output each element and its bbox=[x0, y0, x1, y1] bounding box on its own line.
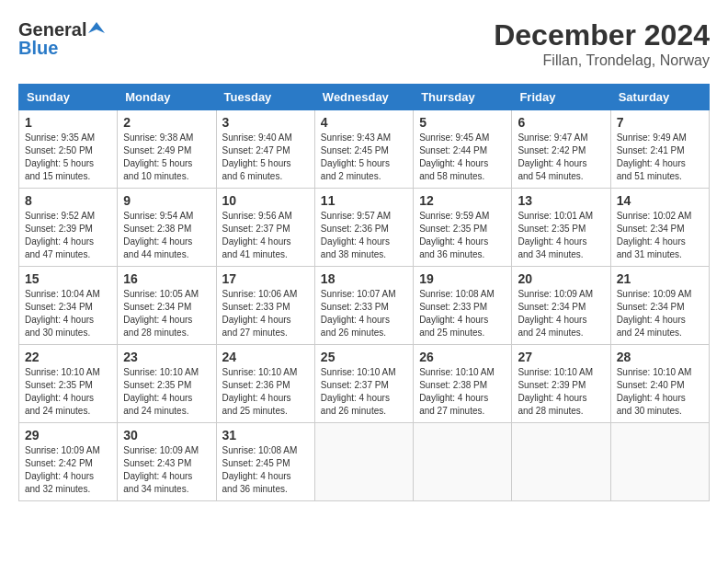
calendar-cell: 3Sunrise: 9:40 AMSunset: 2:47 PMDaylight… bbox=[216, 110, 314, 189]
day-number: 3 bbox=[222, 115, 309, 130]
cell-details: Sunrise: 10:01 AMSunset: 2:35 PMDaylight… bbox=[518, 211, 593, 259]
cell-details: Sunrise: 9:57 AMSunset: 2:36 PMDaylight:… bbox=[321, 211, 391, 259]
cell-details: Sunrise: 9:40 AMSunset: 2:47 PMDaylight:… bbox=[222, 132, 292, 181]
day-number: 30 bbox=[123, 428, 210, 442]
weekday-header-wednesday: Wednesday bbox=[314, 85, 413, 110]
cell-details: Sunrise: 10:09 AMSunset: 2:43 PMDaylight… bbox=[123, 445, 199, 494]
weekday-header-saturday: Saturday bbox=[610, 85, 709, 110]
cell-details: Sunrise: 9:35 AMSunset: 2:50 PMDaylight:… bbox=[25, 132, 95, 181]
cell-details: Sunrise: 10:10 AMSunset: 2:36 PMDaylight… bbox=[222, 367, 298, 416]
cell-details: Sunrise: 10:10 AMSunset: 2:37 PMDaylight… bbox=[321, 367, 396, 416]
calendar-cell: 13Sunrise: 10:01 AMSunset: 2:35 PMDaylig… bbox=[512, 189, 610, 267]
calendar-week-row: 1Sunrise: 9:35 AMSunset: 2:50 PMDaylight… bbox=[19, 110, 710, 189]
day-number: 11 bbox=[321, 193, 407, 208]
cell-details: Sunrise: 10:08 AMSunset: 2:33 PMDaylight… bbox=[419, 289, 495, 338]
calendar-week-row: 8Sunrise: 9:52 AMSunset: 2:39 PMDaylight… bbox=[19, 189, 710, 267]
cell-details: Sunrise: 9:49 AMSunset: 2:41 PMDaylight:… bbox=[617, 132, 687, 181]
cell-details: Sunrise: 10:06 AMSunset: 2:33 PMDaylight… bbox=[222, 289, 298, 338]
calendar-cell: 7Sunrise: 9:49 AMSunset: 2:41 PMDaylight… bbox=[610, 110, 709, 189]
weekday-header-tuesday: Tuesday bbox=[216, 85, 314, 110]
day-number: 12 bbox=[419, 193, 506, 208]
calendar-cell: 6Sunrise: 9:47 AMSunset: 2:42 PMDaylight… bbox=[512, 110, 610, 189]
month-title: December 2024 bbox=[494, 18, 710, 52]
cell-details: Sunrise: 9:59 AMSunset: 2:35 PMDaylight:… bbox=[419, 211, 489, 259]
cell-details: Sunrise: 10:09 AMSunset: 2:42 PMDaylight… bbox=[25, 445, 100, 494]
day-number: 28 bbox=[617, 350, 703, 364]
cell-details: Sunrise: 9:54 AMSunset: 2:38 PMDaylight:… bbox=[123, 211, 193, 259]
calendar-week-row: 29Sunrise: 10:09 AMSunset: 2:42 PMDaylig… bbox=[19, 423, 710, 501]
calendar-cell: 14Sunrise: 10:02 AMSunset: 2:34 PMDaylig… bbox=[610, 189, 709, 267]
cell-details: Sunrise: 10:09 AMSunset: 2:34 PMDaylight… bbox=[617, 289, 692, 338]
calendar-cell: 2Sunrise: 9:38 AMSunset: 2:49 PMDaylight… bbox=[118, 110, 216, 189]
calendar-cell: 19Sunrise: 10:08 AMSunset: 2:33 PMDaylig… bbox=[414, 267, 512, 345]
calendar-cell: 5Sunrise: 9:45 AMSunset: 2:44 PMDaylight… bbox=[414, 110, 512, 189]
svg-marker-0 bbox=[88, 22, 105, 33]
day-number: 21 bbox=[617, 271, 703, 286]
day-number: 18 bbox=[321, 271, 407, 286]
day-number: 27 bbox=[518, 350, 604, 364]
calendar-cell: 17Sunrise: 10:06 AMSunset: 2:33 PMDaylig… bbox=[216, 267, 314, 345]
weekday-header-thursday: Thursday bbox=[414, 85, 512, 110]
day-number: 13 bbox=[518, 193, 604, 208]
calendar-cell: 22Sunrise: 10:10 AMSunset: 2:35 PMDaylig… bbox=[19, 345, 118, 423]
cell-details: Sunrise: 10:02 AMSunset: 2:34 PMDaylight… bbox=[617, 211, 692, 259]
calendar-cell: 11Sunrise: 9:57 AMSunset: 2:36 PMDayligh… bbox=[314, 189, 413, 267]
calendar-cell: 10Sunrise: 9:56 AMSunset: 2:37 PMDayligh… bbox=[216, 189, 314, 267]
logo-bird-icon bbox=[88, 20, 105, 37]
cell-details: Sunrise: 10:04 AMSunset: 2:34 PMDaylight… bbox=[25, 289, 100, 338]
calendar-cell: 29Sunrise: 10:09 AMSunset: 2:42 PMDaylig… bbox=[19, 423, 118, 501]
calendar-week-row: 22Sunrise: 10:10 AMSunset: 2:35 PMDaylig… bbox=[19, 345, 710, 423]
cell-details: Sunrise: 9:56 AMSunset: 2:37 PMDaylight:… bbox=[222, 211, 292, 259]
day-number: 9 bbox=[123, 193, 210, 208]
calendar-cell: 25Sunrise: 10:10 AMSunset: 2:37 PMDaylig… bbox=[314, 345, 413, 423]
day-number: 7 bbox=[617, 115, 703, 130]
calendar-cell: 16Sunrise: 10:05 AMSunset: 2:34 PMDaylig… bbox=[118, 267, 216, 345]
day-number: 19 bbox=[419, 271, 506, 286]
calendar-cell: 9Sunrise: 9:54 AMSunset: 2:38 PMDaylight… bbox=[118, 189, 216, 267]
day-number: 14 bbox=[617, 193, 703, 208]
day-number: 6 bbox=[518, 115, 604, 130]
calendar-cell: 4Sunrise: 9:43 AMSunset: 2:45 PMDaylight… bbox=[314, 110, 413, 189]
cell-details: Sunrise: 9:47 AMSunset: 2:42 PMDaylight:… bbox=[518, 132, 587, 181]
cell-details: Sunrise: 9:43 AMSunset: 2:45 PMDaylight:… bbox=[321, 132, 391, 181]
weekday-header-sunday: Sunday bbox=[19, 85, 118, 110]
calendar-cell: 12Sunrise: 9:59 AMSunset: 2:35 PMDayligh… bbox=[414, 189, 512, 267]
cell-details: Sunrise: 10:10 AMSunset: 2:35 PMDaylight… bbox=[25, 367, 100, 416]
calendar-cell: 28Sunrise: 10:10 AMSunset: 2:40 PMDaylig… bbox=[610, 345, 709, 423]
day-number: 15 bbox=[25, 271, 111, 286]
cell-details: Sunrise: 9:52 AMSunset: 2:39 PMDaylight:… bbox=[25, 211, 95, 259]
day-number: 5 bbox=[419, 115, 506, 130]
calendar-cell bbox=[314, 423, 413, 501]
day-number: 10 bbox=[222, 193, 309, 208]
cell-details: Sunrise: 10:10 AMSunset: 2:35 PMDaylight… bbox=[123, 367, 199, 416]
calendar-cell: 20Sunrise: 10:09 AMSunset: 2:34 PMDaylig… bbox=[512, 267, 610, 345]
calendar-cell bbox=[512, 423, 610, 501]
cell-details: Sunrise: 9:45 AMSunset: 2:44 PMDaylight:… bbox=[419, 132, 489, 181]
day-number: 16 bbox=[123, 271, 210, 286]
cell-details: Sunrise: 10:07 AMSunset: 2:33 PMDaylight… bbox=[321, 289, 396, 338]
calendar-cell: 18Sunrise: 10:07 AMSunset: 2:33 PMDaylig… bbox=[314, 267, 413, 345]
logo-blue: Blue bbox=[18, 37, 105, 59]
cell-details: Sunrise: 9:38 AMSunset: 2:49 PMDaylight:… bbox=[123, 132, 193, 181]
day-number: 2 bbox=[123, 115, 210, 130]
calendar-cell: 30Sunrise: 10:09 AMSunset: 2:43 PMDaylig… bbox=[118, 423, 216, 501]
day-number: 1 bbox=[25, 115, 111, 130]
page-header: General Blue December 2024 Fillan, Trond… bbox=[18, 18, 710, 69]
title-area: December 2024 Fillan, Trondelag, Norway bbox=[494, 18, 710, 69]
calendar-cell: 31Sunrise: 10:08 AMSunset: 2:45 PMDaylig… bbox=[216, 423, 314, 501]
calendar-cell bbox=[610, 423, 709, 501]
calendar-body: 1Sunrise: 9:35 AMSunset: 2:50 PMDaylight… bbox=[19, 110, 710, 501]
calendar-cell: 24Sunrise: 10:10 AMSunset: 2:36 PMDaylig… bbox=[216, 345, 314, 423]
day-number: 17 bbox=[222, 271, 309, 286]
weekday-header-friday: Friday bbox=[512, 85, 610, 110]
day-number: 22 bbox=[25, 350, 111, 364]
day-number: 26 bbox=[419, 350, 506, 364]
calendar-cell: 15Sunrise: 10:04 AMSunset: 2:34 PMDaylig… bbox=[19, 267, 118, 345]
calendar-cell: 27Sunrise: 10:10 AMSunset: 2:39 PMDaylig… bbox=[512, 345, 610, 423]
cell-details: Sunrise: 10:10 AMSunset: 2:40 PMDaylight… bbox=[617, 367, 692, 416]
cell-details: Sunrise: 10:10 AMSunset: 2:38 PMDaylight… bbox=[419, 367, 495, 416]
calendar-table: SundayMondayTuesdayWednesdayThursdayFrid… bbox=[18, 84, 710, 501]
day-number: 29 bbox=[25, 428, 111, 442]
weekday-header-row: SundayMondayTuesdayWednesdayThursdayFrid… bbox=[19, 85, 710, 110]
location-title: Fillan, Trondelag, Norway bbox=[494, 52, 710, 69]
